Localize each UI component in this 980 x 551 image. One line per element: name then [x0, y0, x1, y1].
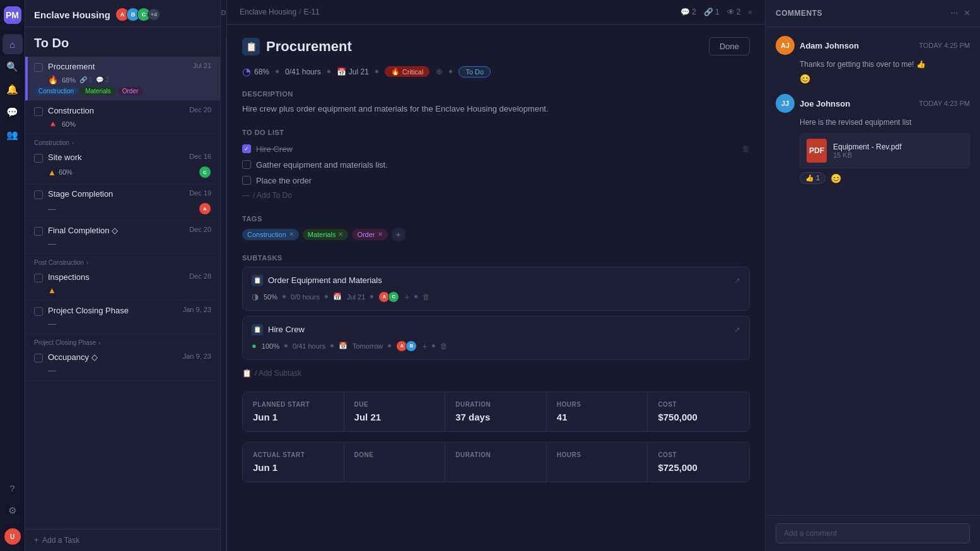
metadata-cost: COST $750,000	[648, 392, 749, 431]
nav-chat-icon[interactable]: 💬	[3, 102, 23, 122]
nav-people-icon[interactable]: 👥	[3, 125, 23, 145]
task-item-inspections[interactable]: Inspections Dec 28 ▲	[25, 267, 220, 301]
subtask-name-1: Hire Crew	[268, 325, 729, 334]
subtask-external-1[interactable]: ↗	[734, 325, 740, 334]
comment-author-0: Adam Johnson	[800, 41, 914, 50]
sidebar: Enclave Housing A B C +4 To Do Procureme…	[25, 0, 221, 551]
add-tag-button[interactable]: +	[392, 228, 405, 241]
section-label-construction: Construction ›	[25, 134, 220, 148]
task-checkbox-sitework[interactable]	[34, 154, 43, 163]
task-progress-icon: 🔥	[48, 75, 58, 84]
task-name-closing: Project Closing Phase	[48, 306, 178, 315]
subtask-external-0[interactable]: ↗	[734, 276, 740, 285]
done-button[interactable]: Done	[709, 37, 750, 55]
tag-removable-order: Order ✕	[352, 229, 387, 240]
emoji-btn-0[interactable]: 😊	[800, 74, 810, 84]
progress-icon-closing: —	[48, 319, 56, 328]
nav-help-icon[interactable]: ?	[3, 478, 23, 498]
meta-watchers: 👁 2	[727, 8, 741, 16]
task-checkbox-construction[interactable]	[34, 107, 43, 116]
add-todo-button[interactable]: — / Add To Do	[242, 188, 750, 202]
breadcrumb-project[interactable]: Enclave Housing	[240, 8, 296, 16]
task-item-stage-completion[interactable]: Stage Completion Dec 19 — A	[25, 184, 220, 221]
task-links: 💬 2	[96, 76, 108, 83]
subtask-delete-1[interactable]: 🗑	[440, 342, 448, 351]
task-item-construction[interactable]: Construction Dec 20 🔺 60%	[25, 101, 220, 134]
expand-panel-btn[interactable]: «	[748, 8, 752, 16]
task-name-stage: Stage Completion	[48, 189, 184, 199]
nav-home-icon[interactable]: ⌂	[3, 34, 23, 54]
task-item-occupancy[interactable]: Occupancy ◇ Jan 9, 23 —	[25, 347, 220, 381]
task-date-stage: Dec 19	[189, 189, 211, 197]
add-subtask-button[interactable]: 📋 / Add Subtask	[242, 365, 750, 381]
task-date-occupancy: Jan 9, 23	[183, 352, 211, 360]
reaction-thumbsup-1[interactable]: 👍 1	[800, 172, 825, 184]
subtask-icon-1: 📋	[252, 324, 263, 335]
todo-check-0[interactable]: ✓	[242, 144, 251, 153]
task-pct-sitework: 60%	[59, 168, 73, 176]
task-checkbox-closing[interactable]	[34, 307, 43, 316]
task-item-closing[interactable]: Project Closing Phase Jan 9, 23 —	[25, 301, 220, 334]
task-status-bar: ◔ 68% 0/41 hours 📅 Jul 21 🔥 Critical ⊕	[242, 66, 750, 78]
meta-links: 🔗 1	[704, 8, 720, 16]
emoji-btn-1[interactable]: 😊	[831, 173, 841, 183]
task-checkbox-stage[interactable]	[34, 190, 43, 199]
task-item-final-completion[interactable]: Final Completion ◇ Dec 20 —	[25, 221, 220, 254]
tag-remove-materials[interactable]: ✕	[338, 231, 343, 238]
task-checkbox-occupancy[interactable]	[34, 354, 43, 362]
comment-attachment-1[interactable]: PDF Equipment - Rev.pdf 15 KB	[800, 133, 970, 168]
task-checkbox-inspections[interactable]	[34, 274, 43, 282]
status-hours: 0/41 hours	[285, 67, 321, 76]
status-dot-4	[449, 70, 452, 73]
task-name-occupancy: Occupancy ◇	[48, 352, 178, 362]
app-logo[interactable]: PM	[4, 6, 21, 24]
user-avatar[interactable]: U	[4, 528, 21, 545]
attachment-name-1: Equipment - Rev.pdf	[833, 142, 902, 151]
avatar-stage: A	[199, 202, 211, 215]
main-content: Enclave Housing / E-11 💬 2 🔗 1 👁 2 « 📋 P…	[227, 0, 980, 551]
todo-item-0[interactable]: ✓ Hire Crew 🗑	[242, 141, 750, 157]
task-checkbox-procurement[interactable]	[34, 63, 43, 72]
task-comments: 🔗 1	[79, 76, 92, 83]
calendar-icon-s1: 📅	[339, 342, 347, 350]
task-progress-pct: 68%	[62, 76, 76, 84]
more-btn[interactable]: ⋯	[950, 9, 959, 18]
todo-item-1[interactable]: Gather equipment and materials list.	[242, 157, 750, 173]
status-date: 📅 Jul 21	[337, 67, 369, 76]
add-subtask-icon: 📋	[242, 369, 252, 378]
todo-delete-0[interactable]: 🗑	[742, 144, 750, 153]
add-status-btn[interactable]: ⊕	[436, 67, 443, 76]
close-btn[interactable]: ✕	[964, 9, 971, 18]
comment-reactions-1: 👍 1 😊	[800, 172, 970, 184]
project-title: Enclave Housing A B C +4	[34, 8, 160, 21]
tag-construction: Construction	[34, 87, 78, 95]
subtask-add-assignee-1[interactable]: +	[422, 341, 427, 351]
subtask-name-0: Order Equipment and Materials	[268, 276, 729, 285]
todo-check-2[interactable]	[242, 176, 251, 185]
metadata-planned-start: PLANNED START Jun 1	[243, 392, 344, 431]
tag-remove-order[interactable]: ✕	[378, 231, 383, 238]
task-name-procurement: Procurement	[48, 62, 188, 71]
task-item-procurement[interactable]: Procurement Jul 21 🔥 68% 🔗 1 💬 2 Constru…	[25, 57, 220, 101]
task-checkbox-final[interactable]	[34, 227, 43, 236]
subtask-add-assignee-0[interactable]: +	[404, 292, 409, 302]
todo-item-2[interactable]: Place the order	[242, 173, 750, 188]
subtask-ring-0: ◑	[252, 292, 259, 301]
nav-bell-icon[interactable]: 🔔	[3, 79, 23, 100]
comment-input[interactable]	[776, 523, 970, 543]
attachment-icon-1: PDF	[807, 139, 827, 163]
nav-search-icon[interactable]: 🔍	[3, 57, 23, 77]
tag-removable-construction: Construction ✕	[242, 229, 299, 240]
tag-remove-construction[interactable]: ✕	[289, 231, 294, 238]
todo-check-1[interactable]	[242, 160, 251, 169]
add-task-button[interactable]: + Add a Task	[25, 529, 220, 551]
subtask-pct-1: 100%	[262, 342, 279, 350]
avatar-extra: +4	[148, 8, 160, 21]
task-item-sitework[interactable]: Site work Dec 16 ▲ 60% C	[25, 148, 220, 184]
metadata-actual-hours: HOURS	[547, 443, 648, 482]
task-breadcrumb-bar: Enclave Housing / E-11 💬 2 🔗 1 👁 2 «	[227, 0, 765, 25]
subtask-date-1: Tomorrow	[353, 342, 383, 350]
col-d-partial: D	[221, 0, 227, 551]
nav-settings-icon[interactable]: ⚙	[3, 501, 23, 521]
subtask-delete-0[interactable]: 🗑	[423, 293, 430, 301]
